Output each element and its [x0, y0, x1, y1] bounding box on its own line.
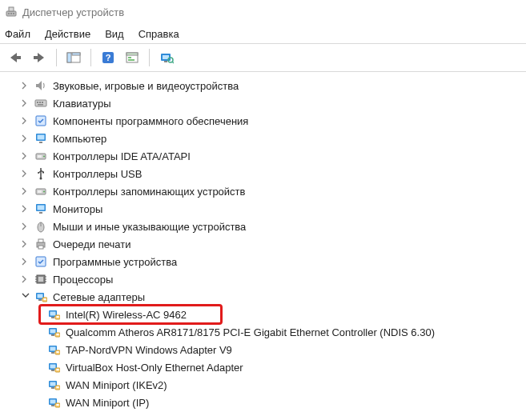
- tree-label: Контроллеры USB: [53, 168, 142, 180]
- toolbar-separator: [90, 49, 91, 66]
- expand-icon[interactable]: [21, 257, 30, 266]
- printer-icon: [34, 237, 48, 251]
- expand-icon[interactable]: [21, 274, 30, 284]
- tree-item[interactable]: Клавиатуры: [0, 94, 526, 112]
- toolbar-separator: [56, 49, 57, 66]
- properties-button[interactable]: [122, 47, 143, 68]
- tree-item[interactable]: Очереди печати: [0, 235, 526, 253]
- svg-rect-6: [34, 56, 38, 59]
- network-adapter-icon: [34, 290, 48, 304]
- svg-rect-14: [128, 57, 131, 58]
- collapse-icon[interactable]: [21, 292, 30, 302]
- tree-item[interactable]: VirtualBox Host-Only Ethernet Adapter: [0, 358, 526, 376]
- tree-item[interactable]: Qualcomm Atheros AR8171/8175 PCI-E Gigab…: [0, 323, 526, 341]
- tree-item[interactable]: WAN Miniport (IKEv2): [0, 376, 526, 394]
- menu-view[interactable]: Вид: [105, 28, 124, 40]
- menu-file[interactable]: Файл: [5, 28, 30, 40]
- show-hide-console-button[interactable]: [63, 47, 84, 68]
- tree-label: Контроллеры запоминающих устройств: [53, 186, 245, 198]
- tree-label: WAN Miniport (IP): [66, 397, 149, 409]
- tree-item[interactable]: Мониторы: [0, 200, 526, 218]
- expand-icon[interactable]: [21, 239, 30, 249]
- svg-rect-15: [128, 59, 135, 61]
- tree-label: Процессоры: [53, 274, 113, 286]
- svg-rect-1: [9, 7, 14, 11]
- tree-label: Intel(R) Wireless-AC 9462: [66, 309, 187, 321]
- keyboard-icon: [34, 96, 48, 110]
- expand-icon[interactable]: [21, 151, 30, 161]
- svg-point-3: [10, 13, 12, 14]
- cpu-icon: [34, 272, 48, 286]
- separator: [0, 71, 526, 72]
- expand-icon[interactable]: [21, 169, 30, 178]
- svg-rect-18: [164, 61, 167, 62]
- expand-icon[interactable]: [21, 186, 30, 196]
- tree-item[interactable]: Процессоры: [0, 270, 526, 288]
- expand-icon[interactable]: [21, 134, 30, 143]
- tree-label: Контроллеры IDE ATA/ATAPI: [53, 150, 191, 162]
- toolbar: ?: [0, 44, 526, 71]
- help-button[interactable]: ?: [98, 47, 118, 68]
- tree-item[interactable]: WAN Miniport (IP): [0, 394, 526, 411]
- network-adapter-icon: [46, 360, 61, 374]
- network-adapter-icon: [46, 395, 61, 410]
- titlebar: Диспетчер устройств: [0, 0, 526, 24]
- tree-item[interactable]: Мыши и иные указывающие устройства: [0, 218, 526, 235]
- computer-icon: [34, 131, 48, 146]
- forward-button[interactable]: [29, 47, 50, 68]
- tree-label: Клавиатуры: [53, 98, 111, 110]
- drive-icon: [34, 149, 48, 163]
- back-button[interactable]: [5, 47, 26, 68]
- monitor-icon: [34, 202, 48, 216]
- menu-action[interactable]: Действие: [45, 28, 90, 40]
- tree-item[interactable]: Контроллеры USB: [0, 165, 526, 182]
- toolbar-separator: [149, 49, 150, 66]
- svg-line-20: [172, 62, 174, 63]
- tree-label: TAP-NordVPN Windows Adapter V9: [66, 344, 232, 356]
- tree-item[interactable]: Контроллеры IDE ATA/ATAPI: [0, 147, 526, 165]
- expand-icon[interactable]: [21, 222, 30, 231]
- tree-label: Компьютер: [53, 133, 106, 145]
- tree-item[interactable]: TAP-NordVPN Windows Adapter V9: [0, 341, 526, 358]
- tree-item[interactable]: Звуковые, игровые и видеоустройства: [0, 77, 526, 94]
- device-tree[interactable]: Звуковые, игровые и видеоустройства Клав…: [0, 74, 526, 420]
- tree-label: Звуковые, игровые и видеоустройства: [53, 80, 239, 92]
- tree-item[interactable]: Программные устройства: [0, 253, 526, 270]
- tree-label: Qualcomm Atheros AR8171/8175 PCI-E Gigab…: [66, 326, 435, 338]
- svg-rect-13: [126, 53, 138, 55]
- software-component-icon: [34, 114, 48, 128]
- software-device-icon: [34, 254, 48, 269]
- mouse-icon: [34, 219, 48, 234]
- scan-hardware-button[interactable]: [156, 47, 177, 68]
- tree-item-network-adapters[interactable]: Сетевые адаптеры: [0, 288, 526, 306]
- usb-icon: [34, 166, 48, 181]
- tree-item[interactable]: Компьютер: [0, 130, 526, 147]
- expand-icon[interactable]: [21, 116, 30, 126]
- svg-text:?: ?: [106, 53, 111, 62]
- network-adapter-icon: [46, 342, 61, 357]
- tree-label: Очереди печати: [53, 238, 131, 250]
- window-title: Диспетчер устройств: [22, 6, 124, 18]
- tree-label: Мониторы: [53, 203, 102, 215]
- tree-label: VirtualBox Host-Only Ethernet Adapter: [66, 362, 243, 374]
- storage-icon: [34, 184, 48, 198]
- expand-icon[interactable]: [21, 81, 30, 90]
- svg-point-4: [13, 13, 14, 14]
- tree-label: Сетевые адаптеры: [53, 291, 145, 303]
- expand-icon[interactable]: [21, 204, 30, 214]
- expand-icon[interactable]: [21, 98, 30, 108]
- network-adapter-icon: [46, 307, 61, 322]
- tree-item[interactable]: Компоненты программного обеспечения: [0, 112, 526, 130]
- tree-label: Мыши и иные указывающие устройства: [53, 221, 246, 233]
- svg-rect-9: [72, 53, 80, 55]
- network-adapter-icon: [46, 378, 61, 392]
- network-adapter-icon: [46, 325, 61, 339]
- app-icon: [5, 6, 18, 18]
- svg-rect-5: [16, 56, 21, 59]
- tree-label: WAN Miniport (IKEv2): [66, 379, 167, 391]
- speaker-icon: [34, 78, 48, 93]
- tree-item-intel-wireless[interactable]: Intel(R) Wireless-AC 9462: [40, 306, 221, 323]
- menu-help[interactable]: Справка: [139, 28, 179, 40]
- menubar: Файл Действие Вид Справка: [0, 24, 526, 43]
- tree-item[interactable]: Контроллеры запоминающих устройств: [0, 182, 526, 200]
